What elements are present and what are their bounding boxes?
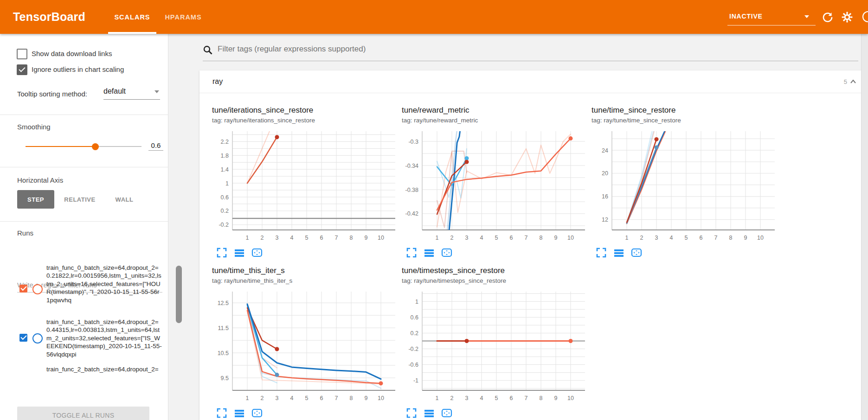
tag-filter-input[interactable]: [217, 44, 854, 54]
expand-chart-icon[interactable]: [405, 247, 418, 259]
fit-domain-icon[interactable]: [441, 407, 453, 419]
section-divider: [0, 167, 168, 167]
chart-tag: tag: ray/tune/time_since_restore: [592, 117, 777, 126]
smoothing-slider-thumb[interactable]: [92, 143, 99, 150]
toggle-all-runs-button[interactable]: TOGGLE ALL RUNS: [17, 407, 149, 420]
app-logo: TensorBoard: [13, 0, 85, 34]
svg-text:7: 7: [525, 235, 528, 241]
svg-text:9: 9: [554, 395, 558, 401]
run-item-label[interactable]: train_func_1_batch_size=64,dropout_2=0.4…: [46, 318, 162, 358]
svg-text:6: 6: [320, 235, 323, 241]
chart-plot[interactable]: 12.511.510.59.512345678910: [212, 289, 398, 405]
fit-domain-icon[interactable]: [441, 247, 453, 259]
chart-title: tune/iterations_since_restore: [212, 106, 398, 117]
smoothing-label: Smoothing: [17, 123, 51, 131]
tab-scalars[interactable]: SCALARS: [108, 0, 156, 34]
svg-text:3: 3: [465, 395, 469, 401]
tab-hparams-label: HPARAMS: [165, 13, 201, 21]
axis-relative-label: RELATIVE: [64, 196, 95, 203]
ray-section-header[interactable]: ray 5: [199, 70, 861, 93]
help-icon[interactable]: [862, 11, 868, 23]
expand-chart-icon[interactable]: [216, 247, 228, 259]
tab-hparams[interactable]: HPARAMS: [162, 0, 205, 34]
data-table-icon[interactable]: [233, 247, 245, 259]
chart-plot[interactable]: 2420161212345678910: [592, 129, 777, 245]
svg-text:8: 8: [350, 395, 353, 401]
ignore-outliers-checkbox[interactable]: [17, 64, 27, 75]
svg-text:6: 6: [510, 395, 513, 401]
svg-text:9: 9: [744, 235, 747, 241]
chart-plot[interactable]: 2.21.81.410.60.2-0.212345678910: [212, 129, 398, 245]
svg-text:10: 10: [567, 235, 574, 241]
chart-svg: 10.60.2-0.2-0.6-112345678910: [402, 289, 587, 405]
svg-text:-0.6: -0.6: [408, 362, 418, 368]
run-item-label[interactable]: train_func_2_batch_size=64,dropout_2=: [46, 365, 162, 374]
svg-text:2: 2: [261, 235, 264, 241]
data-table-icon[interactable]: [423, 247, 435, 259]
chart-plot[interactable]: 10.60.2-0.2-0.6-112345678910: [402, 289, 587, 405]
chart-actions: [405, 247, 587, 259]
smoothing-value-field[interactable]: [148, 140, 163, 151]
smoothing-slider[interactable]: [26, 146, 141, 147]
svg-text:1.4: 1.4: [221, 166, 229, 173]
run-checkbox[interactable]: [19, 285, 27, 293]
axis-relative-button[interactable]: RELATIVE: [60, 190, 99, 209]
show-download-links-checkbox[interactable]: [17, 49, 27, 59]
svg-text:10.5: 10.5: [218, 350, 229, 356]
chart-actions: [216, 247, 398, 259]
tooltip-sorting-select[interactable]: default: [103, 87, 160, 100]
svg-text:11.5: 11.5: [218, 325, 229, 331]
expand-chart-icon[interactable]: [216, 407, 228, 419]
chart-card-time-since-restore: tune/time_since_restore tag: ray/tune/ti…: [592, 106, 777, 259]
data-table-icon[interactable]: [233, 407, 245, 419]
expand-chart-icon[interactable]: [405, 407, 418, 419]
chart-card-time-this-iter: tune/time_this_iter_s tag: ray/tune/time…: [212, 266, 398, 419]
chart-svg: 12.511.510.59.512345678910: [212, 289, 398, 405]
section-name: ray: [212, 77, 223, 86]
axis-step-button[interactable]: STEP: [17, 190, 54, 209]
run-isolate-radio[interactable]: [32, 284, 43, 294]
run-status-dropdown[interactable]: INACTIVE: [727, 8, 816, 25]
active-tab-indicator: [108, 32, 156, 34]
run-checkbox[interactable]: [19, 334, 27, 342]
scalars-dashboard: ray 5 tune/iterations_since_restore tag:…: [168, 34, 861, 420]
data-table-icon[interactable]: [613, 247, 625, 259]
chevron-up-icon[interactable]: [850, 79, 856, 84]
fit-domain-icon[interactable]: [251, 247, 263, 259]
chart-tag: tag: ray/tune/iterations_since_restore: [212, 117, 398, 126]
svg-text:1: 1: [246, 395, 249, 401]
fit-domain-icon[interactable]: [630, 247, 643, 259]
svg-text:-0.2: -0.2: [219, 222, 229, 228]
svg-text:12: 12: [602, 216, 608, 223]
chart-title: tune/timesteps_since_restore: [402, 266, 587, 277]
svg-text:7: 7: [525, 395, 528, 401]
svg-text:12.5: 12.5: [218, 300, 229, 306]
ray-section-card: ray 5 tune/iterations_since_restore tag:…: [199, 70, 861, 420]
gear-icon[interactable]: [841, 11, 853, 23]
svg-text:9: 9: [365, 235, 368, 241]
svg-text:8: 8: [729, 235, 733, 241]
fit-domain-icon[interactable]: [251, 407, 263, 419]
run-isolate-radio[interactable]: [32, 333, 43, 344]
run-status-value: INACTIVE: [729, 13, 763, 20]
data-table-icon[interactable]: [423, 407, 435, 419]
svg-text:20: 20: [602, 170, 608, 177]
svg-text:1: 1: [415, 299, 418, 305]
run-item-label[interactable]: train_func_0_batch_size=64,dropout_2=0.2…: [46, 264, 162, 304]
chart-actions: [595, 247, 777, 259]
svg-text:4: 4: [290, 235, 294, 241]
svg-text:1: 1: [246, 235, 249, 241]
svg-text:2: 2: [450, 235, 454, 241]
svg-text:-0.42: -0.42: [405, 210, 419, 217]
chart-plot[interactable]: -0.3-0.34-0.38-0.4212345678910: [402, 129, 587, 245]
sidebar-scrollbar-thumb[interactable]: [176, 266, 182, 323]
main-scrollbar-track[interactable]: [861, 34, 868, 420]
checkmark-icon: [20, 334, 26, 340]
svg-text:1.8: 1.8: [221, 153, 229, 159]
expand-chart-icon[interactable]: [595, 247, 607, 259]
svg-text:2: 2: [450, 395, 454, 401]
svg-text:8: 8: [540, 235, 543, 241]
section-divider: [0, 115, 168, 115]
refresh-icon[interactable]: [822, 11, 834, 23]
axis-wall-button[interactable]: WALL: [111, 190, 137, 209]
